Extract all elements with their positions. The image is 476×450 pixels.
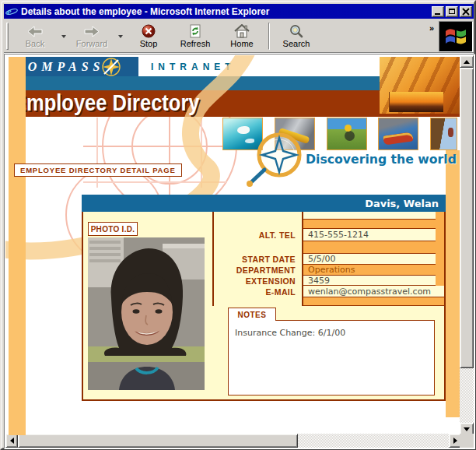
title-bar[interactable]: e Details about the employee - Microsoft… (4, 4, 474, 19)
horizontal-scrollbar[interactable] (5, 434, 461, 448)
refresh-icon (187, 24, 203, 38)
vertical-scroll-thumb[interactable] (460, 68, 474, 368)
field-label: DEPARTMENT (212, 265, 302, 276)
field-row-extension: EXTENSION 3459 (212, 276, 444, 286)
field-row-department: DEPARTMENT Operations (212, 265, 444, 276)
field-value-email: wenlan@compasstravel.com (303, 286, 444, 297)
field-value-extension: 3459 (303, 276, 436, 286)
horizontal-scroll-thumb[interactable] (18, 434, 298, 448)
vertical-scrollbar[interactable] (460, 55, 474, 435)
field-row-spacer (212, 297, 444, 306)
up-arrow-icon (464, 57, 470, 64)
employee-card: Davis, Welan PHOTO I.D. (82, 195, 446, 401)
field-label: EXTENSION (212, 276, 302, 286)
close-icon (462, 8, 471, 16)
forward-history-dropdown[interactable] (115, 20, 125, 52)
scrollbar-corner (460, 434, 474, 448)
field-row-spacer (212, 212, 444, 220)
brand-suffix-bar: INTRANET (138, 57, 380, 76)
stop-button[interactable]: Stop (125, 20, 172, 52)
back-arrow-icon (26, 25, 44, 38)
content-frame: COMPASS INTRANET Employee Directory (4, 54, 475, 449)
close-button[interactable] (460, 6, 472, 17)
left-arrow-icon (7, 438, 14, 444)
back-button[interactable]: Back (12, 20, 58, 52)
field-row-spacer (212, 241, 444, 254)
maximize-button[interactable] (446, 6, 458, 17)
employee-photo (88, 237, 205, 390)
tagline: Discovering the world (306, 152, 457, 167)
forward-arrow-icon (83, 25, 100, 38)
maximize-icon (449, 9, 455, 14)
section-label-box: EMPLOYEE DIRECTORY DETAIL PAGE (14, 163, 182, 177)
field-label: START DATE (212, 254, 302, 265)
field-label: ALT. TEL (212, 229, 302, 241)
employee-fields: ALT. TEL 415-555-1214 START DATE 5/5/00 (212, 212, 444, 306)
sunset-image (389, 92, 443, 112)
field-value-start-date: 5/5/00 (303, 254, 436, 265)
field-row-start-date: START DATE 5/5/00 (212, 254, 444, 265)
refresh-button[interactable]: Refresh (172, 20, 219, 52)
compass-magnifier-icon (243, 132, 313, 188)
toolbar-separator (268, 23, 270, 50)
windows-flag-icon (439, 22, 472, 51)
photo-rafting (378, 118, 418, 150)
search-icon (289, 24, 304, 38)
field-row-alt-tel: ALT. TEL 415-555-1214 (212, 229, 444, 241)
ie-logo-icon: e (5, 5, 18, 17)
right-accent-stripe (446, 150, 460, 417)
notes-box: Insurance Change: 6/1/00 (228, 320, 435, 396)
page-heading: Employee Directory (13, 90, 200, 116)
map-banner-image (380, 57, 460, 114)
home-button[interactable]: Home (219, 20, 265, 52)
chevron-down-icon (61, 35, 66, 40)
field-value-alt-tel: 415-555-1214 (303, 229, 436, 241)
home-icon (233, 24, 250, 38)
minimize-button[interactable] (432, 6, 444, 17)
toolbar-grip[interactable] (6, 23, 9, 50)
employee-card-body: PHOTO I.D. (82, 212, 446, 401)
page-viewport: COMPASS INTRANET Employee Directory (5, 55, 461, 435)
scroll-up-button[interactable] (460, 55, 474, 68)
intranet-label: INTRANET (138, 62, 236, 72)
notes-text: Insurance Change: 6/1/00 (235, 328, 345, 338)
forward-button[interactable]: Forward (68, 20, 115, 52)
minimize-icon (435, 13, 440, 15)
windows-logo-throbber (439, 21, 473, 52)
stop-icon (141, 24, 156, 38)
search-button[interactable]: Search (273, 20, 320, 52)
notes-label: NOTES (228, 308, 276, 321)
teal-accent-bar (9, 76, 380, 90)
browser-window: e Details about the employee - Microsoft… (0, 0, 476, 450)
employee-name: Davis, Welan (82, 195, 446, 212)
photo-mountain-biking (327, 118, 367, 150)
photo-climbing (430, 118, 457, 150)
left-accent-stripe (9, 57, 26, 435)
window-title: Details about the employee - Microsoft I… (21, 6, 430, 17)
chevron-down-icon (118, 35, 123, 40)
field-value-department: Operations (303, 265, 436, 276)
toolbar-overflow-chevron[interactable]: » (429, 23, 434, 33)
back-history-dropdown[interactable] (58, 20, 68, 52)
toolbar-spacer (320, 20, 429, 52)
photo-id-label: PHOTO I.D. (88, 222, 138, 236)
standard-toolbar: Back Forward Stop (4, 20, 474, 53)
compass-star-icon (101, 57, 121, 77)
field-label: E-MAIL (212, 286, 302, 297)
scroll-left-button[interactable] (5, 434, 18, 448)
field-row-spacer (212, 220, 444, 229)
field-row-email: E-MAIL wenlan@compasstravel.com (212, 286, 444, 297)
